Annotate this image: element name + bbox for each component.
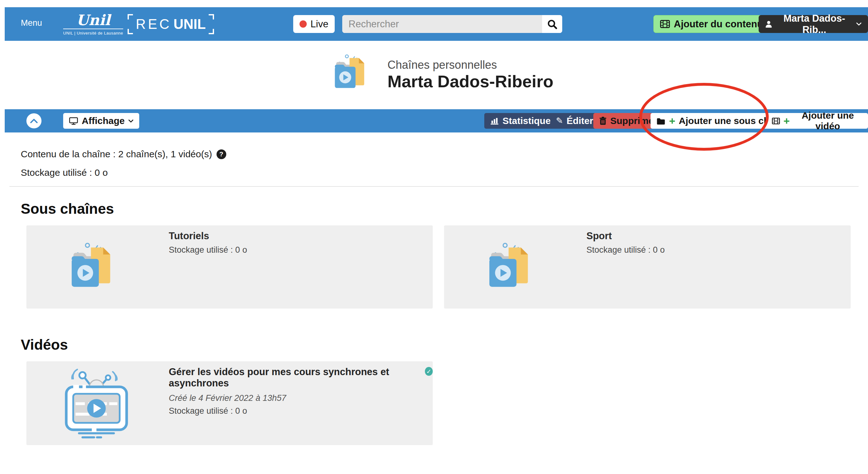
search-bar (342, 15, 562, 33)
video-created-date: Créé le 4 Février 2022 à 13h57 (169, 393, 433, 403)
affichage-dropdown[interactable]: Affichage (63, 113, 139, 129)
subchannel-storage: Stockage utilisé : 0 o (169, 245, 247, 255)
menu-label: Menu (18, 18, 45, 28)
chevron-up-icon (30, 118, 38, 124)
bracket-corner (209, 14, 214, 20)
bracket-corner (128, 14, 133, 20)
add-content-label: Ajouter du contenu (674, 19, 763, 30)
videos-list: Gérer les vidéos pour mes cours synchron… (0, 361, 868, 445)
unil-logo-caption: UNIL | Université de Lausanne (63, 31, 123, 35)
chevron-down-icon (128, 119, 133, 123)
search-button[interactable] (542, 15, 562, 33)
user-label: Marta Dados-Rib... (776, 13, 852, 35)
subchannel-card-tutoriels[interactable]: Tutoriels Stockage utilisé : 0 o (26, 225, 433, 309)
tv-illustration-icon (62, 368, 134, 439)
plus-icon: + (783, 116, 790, 126)
bracket-corner (209, 29, 214, 34)
storage-used-text: Stockage utilisé : 0 o (21, 167, 868, 178)
live-button[interactable]: Live (293, 15, 335, 33)
recunil-logo-unil: UNIL (174, 16, 206, 32)
video-card[interactable]: Gérer les vidéos pour mes cours synchron… (26, 361, 433, 445)
recunil-logo-rec: REC (136, 16, 172, 32)
check-circle-icon: ✓ (425, 367, 433, 376)
statistics-label: Statistiques (502, 115, 556, 126)
folder-illustration-icon (68, 238, 125, 295)
folder-icon (656, 117, 665, 125)
edit-button[interactable]: ✎ Éditer (550, 113, 599, 129)
channel-header: Chaînes personnelles Marta Dados-Ribeiro (0, 41, 868, 109)
subchannel-card-sport[interactable]: Sport Stockage utilisé : 0 o (444, 225, 851, 309)
bracket-corner (128, 29, 133, 34)
page-title: Marta Dados-Ribeiro (388, 72, 553, 91)
subchannels-heading: Sous chaînes (21, 200, 868, 217)
subchannels-list: Tutoriels Stockage utilisé : 0 o Sport S… (0, 225, 868, 309)
film-icon (660, 20, 670, 28)
film-icon (772, 117, 780, 125)
unil-logo[interactable]: Unil UNIL | Université de Lausanne (63, 12, 123, 35)
trash-icon (599, 116, 607, 125)
user-menu-button[interactable]: Marta Dados-Rib... (758, 15, 868, 33)
recunil-logo[interactable]: REC UNIL (128, 14, 214, 34)
divider (9, 186, 859, 187)
channel-kicker: Chaînes personnelles (388, 58, 497, 72)
live-label: Live (310, 19, 329, 30)
help-icon[interactable]: ? (217, 149, 226, 159)
search-input[interactable] (342, 15, 542, 33)
channel-folder-icon (332, 54, 376, 92)
menu-button[interactable]: Menu (18, 12, 45, 28)
channel-summary: Contenu de la chaîne : 2 chaîne(s), 1 vi… (21, 149, 868, 178)
video-storage: Stockage utilisé : 0 o (169, 406, 433, 416)
add-video-label: Ajouter une vidéo (793, 110, 862, 132)
user-icon (765, 20, 772, 28)
video-title: Gérer les vidéos pour mes cours synchron… (169, 366, 420, 389)
top-navbar: Menu Unil UNIL | Université de Lausanne … (5, 7, 868, 41)
content-count-text: Contenu de la chaîne : 2 chaîne(s), 1 vi… (21, 149, 212, 160)
edit-label: Éditer (567, 115, 593, 126)
videos-heading: Vidéos (21, 336, 868, 353)
scroll-top-button[interactable] (26, 113, 41, 128)
search-icon (547, 19, 557, 29)
pencil-icon: ✎ (556, 117, 563, 125)
bar-chart-icon (490, 117, 499, 125)
unil-logo-script: Unil (63, 12, 123, 29)
subchannel-storage: Stockage utilisé : 0 o (586, 245, 665, 255)
channel-toolbar: Affichage Statistiques ✎ Éditer Supprime… (5, 109, 868, 132)
folder-illustration-icon (486, 238, 543, 295)
affichage-label: Affichage (82, 115, 125, 126)
add-video-button[interactable]: + Ajouter une vidéo (766, 113, 868, 129)
plus-icon: + (669, 116, 675, 126)
subchannel-title: Tutoriels (169, 230, 247, 242)
page: Menu Unil UNIL | Université de Lausanne … (0, 0, 868, 474)
chevron-down-icon (856, 22, 862, 26)
live-dot-icon (300, 21, 307, 28)
monitor-icon (69, 117, 78, 125)
subchannel-title: Sport (586, 230, 665, 242)
